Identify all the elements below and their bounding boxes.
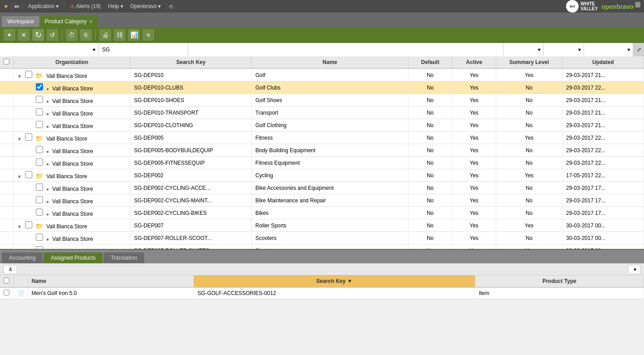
row-updated: 29-03-2017 21...	[562, 119, 644, 132]
active-filter-dropdown[interactable]: ▾	[544, 43, 584, 56]
header-name: Name	[252, 56, 408, 68]
table-row: ● Vall Blanca Store SG-DEP002-CYCLING-MA…	[0, 194, 644, 207]
row-checkbox[interactable]	[36, 96, 43, 103]
alerts-menu[interactable]: ⚠ Alerts (19)	[67, 2, 103, 10]
row-checkbox[interactable]	[36, 158, 43, 166]
save-button[interactable]: ↻	[32, 29, 44, 41]
row-default: No	[408, 81, 452, 94]
sub-table: Name Search Key ▼ Product Type 📄 Men's G…	[0, 275, 644, 299]
row-updated: 30-03-2017 00...	[562, 232, 644, 244]
print-button[interactable]: 🖨	[99, 29, 111, 41]
row-default: No	[408, 219, 452, 232]
row-org: ● Vall Blanca Store	[13, 144, 130, 157]
menu-button[interactable]: ≡	[142, 29, 154, 41]
star-icon[interactable]: ★	[4, 3, 9, 9]
tab-accounting[interactable]: Accounting	[2, 252, 43, 263]
history-button[interactable]: ⏱	[66, 29, 77, 41]
active-chevron: ▾	[578, 47, 581, 53]
row-key: SG-DEP007-ROLLER-SCOOT...	[130, 232, 252, 244]
sub-filter-dropdown[interactable]: ▾	[628, 265, 640, 274]
row-checkbox[interactable]	[25, 71, 32, 78]
row-expand-icon[interactable]: ▼	[17, 174, 22, 179]
tab-product-category[interactable]: Product Category ✕	[39, 16, 98, 27]
row-key: SG-DEP002-CYCLING-MAINT...	[130, 194, 252, 207]
row-org: ▼ 📁 Vall Blanca Store	[13, 219, 130, 232]
toolbar-separator-1	[11, 3, 12, 10]
row-selector	[0, 119, 13, 132]
openbravo-menu[interactable]: Openbravo ▾	[128, 2, 163, 10]
summary-filter-dropdown[interactable]: ▾	[584, 43, 633, 56]
row-default: No	[408, 244, 452, 249]
tab-close-icon[interactable]: ✕	[89, 19, 93, 24]
sub-table-header: 4 ▾	[0, 264, 644, 275]
row-checkbox[interactable]	[36, 83, 43, 90]
row-org: ● Vall Blanca Store	[13, 194, 130, 207]
tab-assigned-products[interactable]: Assigned Products	[43, 252, 103, 263]
row-name: Golf Clubs	[252, 81, 408, 94]
sub-select-all[interactable]	[4, 278, 9, 283]
row-default: No	[408, 107, 452, 119]
row-checkbox[interactable]	[36, 209, 43, 216]
row-expand-icon[interactable]: ▼	[17, 74, 22, 79]
row-summary: No	[496, 194, 562, 207]
chart-button[interactable]: 📊	[128, 29, 140, 41]
new-button[interactable]: ✦	[4, 29, 15, 41]
row-name: Bike Accessories and Equipment	[252, 182, 408, 194]
row-checkbox[interactable]	[25, 221, 32, 228]
row-key: SG-DEP007-ROLLER-SKATES	[130, 244, 252, 249]
help-menu[interactable]: Help ▾	[105, 2, 126, 10]
row-checkbox[interactable]	[36, 184, 43, 191]
row-key: SG-DEP010-CLUBS	[130, 81, 252, 94]
tab-translation[interactable]: Translation	[103, 252, 144, 263]
copy-button[interactable]: ⎘	[80, 29, 92, 41]
row-checkbox[interactable]	[36, 196, 43, 203]
undo-button[interactable]: ↺	[47, 29, 58, 41]
logout-icon[interactable]: ⎋	[169, 3, 173, 10]
filter-expand-button[interactable]: ⤢	[633, 43, 644, 56]
search-key-filter[interactable]	[99, 43, 188, 56]
sub-row-name: Men's Golf Iron 5.0	[28, 287, 194, 299]
summary-chevron: ▾	[627, 47, 630, 53]
row-expand-icon[interactable]: ▼	[17, 224, 22, 229]
row-active: Yes	[452, 144, 496, 157]
row-selector	[0, 157, 13, 169]
table-row: ● Vall Blanca Store SG-DEP005-FITNESSEQU…	[0, 157, 644, 169]
row-org: ● Vall Blanca Store	[13, 157, 130, 169]
row-checkbox[interactable]	[36, 146, 43, 153]
delete-button[interactable]: ✕	[18, 29, 30, 41]
application-menu[interactable]: Application ▾	[26, 2, 61, 10]
row-checkbox[interactable]	[25, 133, 32, 141]
row-expand-icon[interactable]: ▼	[17, 137, 22, 141]
row-summary: Yes	[496, 132, 562, 144]
row-checkbox[interactable]	[25, 171, 32, 178]
name-filter-input[interactable]	[188, 43, 503, 56]
sub-table-row: 📄 Men's Golf Iron 5.0 SG-GOLF-ACCESSORIE…	[0, 287, 644, 299]
sub-row-check[interactable]	[0, 287, 13, 299]
row-checkbox[interactable]	[36, 121, 43, 128]
row-key: SG-DEP007	[130, 219, 252, 232]
row-key: SG-DEP002-CYCLING-ACCE...	[130, 182, 252, 194]
sub-header-searchkey[interactable]: Search Key ▼	[194, 275, 475, 287]
table-header-row: Organization Search Key Name Default Act…	[0, 56, 644, 68]
sub-row-producttype: Item	[475, 287, 644, 299]
skip-icon[interactable]: ⏭	[14, 3, 20, 9]
bottom-tabs: Accounting Assigned Products Translation	[0, 249, 644, 263]
openbravo-logo: openbravo 3	[601, 2, 640, 10]
row-updated: 29-03-2017 22...	[562, 81, 644, 94]
row-checkbox[interactable]	[36, 234, 43, 241]
row-selector	[0, 107, 13, 119]
table-row: ● Vall Blanca Store SG-DEP002-CYCLING-AC…	[0, 182, 644, 194]
row-key: SG-DEP010	[130, 68, 252, 81]
table-row: ● Vall Blanca Store SG-DEP010-CLUBS Golf…	[0, 81, 644, 94]
row-checkbox[interactable]	[36, 108, 43, 115]
link-button[interactable]: ⛓	[114, 29, 125, 41]
org-filter-dropdown[interactable]: ▾	[0, 43, 99, 56]
row-org: ● Vall Blanca Store	[13, 207, 130, 219]
default-filter-dropdown[interactable]: ▾	[503, 43, 544, 56]
select-all-checkbox[interactable]	[4, 59, 9, 64]
row-checkbox[interactable]	[36, 246, 43, 249]
tab-workspace[interactable]: Workspace	[2, 16, 39, 27]
row-active: Yes	[452, 207, 496, 219]
table-row: ● Vall Blanca Store SG-DEP010-SHOES Golf…	[0, 94, 644, 107]
header-default: Default	[408, 56, 452, 68]
